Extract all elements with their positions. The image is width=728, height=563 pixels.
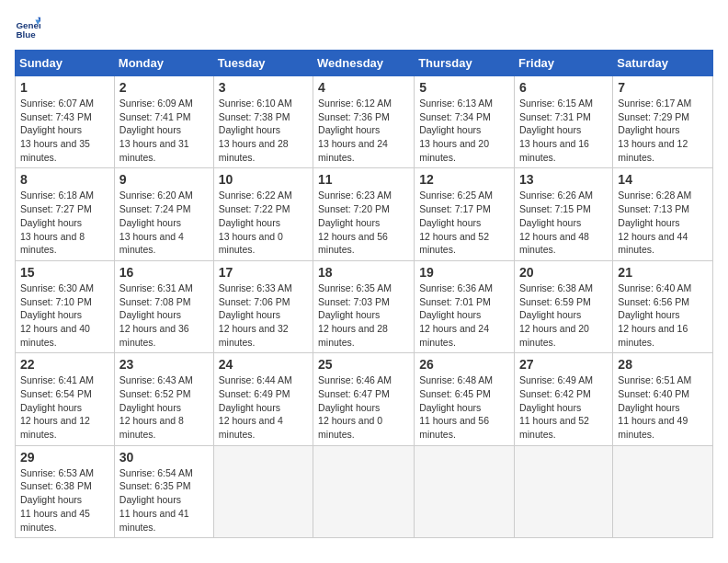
calendar-cell: 15 Sunrise: 6:30 AM Sunset: 7:10 PM Dayl… [16,260,115,352]
day-number: 2 [119,80,209,95]
calendar-cell: 4 Sunrise: 6:12 AM Sunset: 7:36 PM Dayli… [313,76,415,168]
logo-icon: General Blue [15,15,40,40]
sun-info: Sunrise: 6:31 AM Sunset: 7:08 PM Dayligh… [119,282,209,349]
calendar-cell: 11 Sunrise: 6:23 AM Sunset: 7:20 PM Dayl… [313,168,415,260]
day-number: 21 [618,265,708,280]
day-number: 9 [119,172,209,187]
col-header-thursday: Thursday [415,51,515,76]
sun-info: Sunrise: 6:30 AM Sunset: 7:10 PM Dayligh… [20,282,109,349]
calendar-cell: 14 Sunrise: 6:28 AM Sunset: 7:13 PM Dayl… [613,168,713,260]
sun-info: Sunrise: 6:20 AM Sunset: 7:24 PM Dayligh… [119,189,209,256]
sun-info: Sunrise: 6:33 AM Sunset: 7:06 PM Dayligh… [219,282,308,349]
logo: General Blue [15,15,48,40]
day-number: 24 [219,357,308,372]
day-number: 18 [318,265,409,280]
sun-info: Sunrise: 6:13 AM Sunset: 7:34 PM Dayligh… [419,97,509,164]
day-number: 11 [318,172,409,187]
sun-info: Sunrise: 6:48 AM Sunset: 6:45 PM Dayligh… [419,373,509,441]
day-number: 19 [419,265,509,280]
calendar-cell: 8 Sunrise: 6:18 AM Sunset: 7:27 PM Dayli… [16,168,115,260]
calendar-cell [415,445,515,537]
day-number: 8 [20,172,109,187]
calendar-cell [515,445,613,537]
calendar-cell: 9 Sunrise: 6:20 AM Sunset: 7:24 PM Dayli… [114,168,213,260]
calendar-cell: 28 Sunrise: 6:51 AM Sunset: 6:40 PM Dayl… [613,353,713,445]
calendar-cell: 18 Sunrise: 6:35 AM Sunset: 7:03 PM Dayl… [313,260,415,352]
sun-info: Sunrise: 6:17 AM Sunset: 7:29 PM Dayligh… [618,97,708,164]
sun-info: Sunrise: 6:12 AM Sunset: 7:36 PM Dayligh… [318,97,409,164]
col-header-friday: Friday [515,51,613,76]
day-number: 6 [519,80,608,95]
calendar-cell: 23 Sunrise: 6:43 AM Sunset: 6:52 PM Dayl… [114,353,213,445]
day-number: 23 [119,357,209,372]
calendar-cell: 17 Sunrise: 6:33 AM Sunset: 7:06 PM Dayl… [213,260,313,352]
day-number: 30 [119,450,209,465]
calendar-cell [313,445,415,537]
sun-info: Sunrise: 6:18 AM Sunset: 7:27 PM Dayligh… [20,189,109,256]
sun-info: Sunrise: 6:53 AM Sunset: 6:38 PM Dayligh… [20,466,109,534]
sun-info: Sunrise: 6:49 AM Sunset: 6:42 PM Dayligh… [519,373,608,441]
sun-info: Sunrise: 6:26 AM Sunset: 7:15 PM Dayligh… [519,189,608,256]
sun-info: Sunrise: 6:15 AM Sunset: 7:31 PM Dayligh… [519,97,608,164]
page-header: General Blue [15,15,713,40]
day-number: 5 [419,80,509,95]
calendar-cell [613,445,713,537]
calendar-cell: 12 Sunrise: 6:25 AM Sunset: 7:17 PM Dayl… [415,168,515,260]
day-number: 7 [618,80,708,95]
calendar-cell: 16 Sunrise: 6:31 AM Sunset: 7:08 PM Dayl… [114,260,213,352]
day-number: 29 [20,450,109,465]
day-number: 12 [419,172,509,187]
svg-text:Blue: Blue [16,29,36,40]
calendar-cell: 24 Sunrise: 6:44 AM Sunset: 6:49 PM Dayl… [213,353,313,445]
sun-info: Sunrise: 6:36 AM Sunset: 7:01 PM Dayligh… [419,282,509,349]
sun-info: Sunrise: 6:41 AM Sunset: 6:54 PM Dayligh… [20,373,109,441]
sun-info: Sunrise: 6:23 AM Sunset: 7:20 PM Dayligh… [318,189,409,256]
col-header-tuesday: Tuesday [213,51,313,76]
sun-info: Sunrise: 6:10 AM Sunset: 7:38 PM Dayligh… [219,97,308,164]
day-number: 22 [20,357,109,372]
col-header-saturday: Saturday [613,51,713,76]
calendar-cell: 5 Sunrise: 6:13 AM Sunset: 7:34 PM Dayli… [415,76,515,168]
calendar-cell: 25 Sunrise: 6:46 AM Sunset: 6:47 PM Dayl… [313,353,415,445]
day-number: 1 [20,80,109,95]
calendar-cell: 29 Sunrise: 6:53 AM Sunset: 6:38 PM Dayl… [16,445,115,537]
day-number: 26 [419,357,509,372]
sun-info: Sunrise: 6:07 AM Sunset: 7:43 PM Dayligh… [20,97,109,164]
day-number: 20 [519,265,608,280]
sun-info: Sunrise: 6:09 AM Sunset: 7:41 PM Dayligh… [119,97,209,164]
calendar-cell: 3 Sunrise: 6:10 AM Sunset: 7:38 PM Dayli… [213,76,313,168]
sun-info: Sunrise: 6:51 AM Sunset: 6:40 PM Dayligh… [618,373,708,441]
day-number: 15 [20,265,109,280]
calendar-cell: 27 Sunrise: 6:49 AM Sunset: 6:42 PM Dayl… [515,353,613,445]
sun-info: Sunrise: 6:28 AM Sunset: 7:13 PM Dayligh… [618,189,708,256]
day-number: 17 [219,265,308,280]
calendar-cell: 10 Sunrise: 6:22 AM Sunset: 7:22 PM Dayl… [213,168,313,260]
calendar-cell: 2 Sunrise: 6:09 AM Sunset: 7:41 PM Dayli… [114,76,213,168]
sun-info: Sunrise: 6:44 AM Sunset: 6:49 PM Dayligh… [219,373,308,441]
calendar-cell: 1 Sunrise: 6:07 AM Sunset: 7:43 PM Dayli… [16,76,115,168]
sun-info: Sunrise: 6:54 AM Sunset: 6:35 PM Dayligh… [119,466,209,534]
calendar-cell: 22 Sunrise: 6:41 AM Sunset: 6:54 PM Dayl… [16,353,115,445]
col-header-sunday: Sunday [16,51,115,76]
day-number: 27 [519,357,608,372]
day-number: 28 [618,357,708,372]
day-number: 13 [519,172,608,187]
sun-info: Sunrise: 6:25 AM Sunset: 7:17 PM Dayligh… [419,189,509,256]
calendar-cell [213,445,313,537]
sun-info: Sunrise: 6:46 AM Sunset: 6:47 PM Dayligh… [318,373,409,441]
calendar-table: SundayMondayTuesdayWednesdayThursdayFrid… [15,50,713,538]
calendar-cell: 7 Sunrise: 6:17 AM Sunset: 7:29 PM Dayli… [613,76,713,168]
sun-info: Sunrise: 6:38 AM Sunset: 6:59 PM Dayligh… [519,282,608,349]
day-number: 25 [318,357,409,372]
calendar-cell: 26 Sunrise: 6:48 AM Sunset: 6:45 PM Dayl… [415,353,515,445]
calendar-cell: 19 Sunrise: 6:36 AM Sunset: 7:01 PM Dayl… [415,260,515,352]
col-header-monday: Monday [114,51,213,76]
col-header-wednesday: Wednesday [313,51,415,76]
calendar-cell: 21 Sunrise: 6:40 AM Sunset: 6:56 PM Dayl… [613,260,713,352]
day-number: 14 [618,172,708,187]
sun-info: Sunrise: 6:35 AM Sunset: 7:03 PM Dayligh… [318,282,409,349]
calendar-cell: 6 Sunrise: 6:15 AM Sunset: 7:31 PM Dayli… [515,76,613,168]
calendar-cell: 30 Sunrise: 6:54 AM Sunset: 6:35 PM Dayl… [114,445,213,537]
calendar-cell: 20 Sunrise: 6:38 AM Sunset: 6:59 PM Dayl… [515,260,613,352]
day-number: 16 [119,265,209,280]
